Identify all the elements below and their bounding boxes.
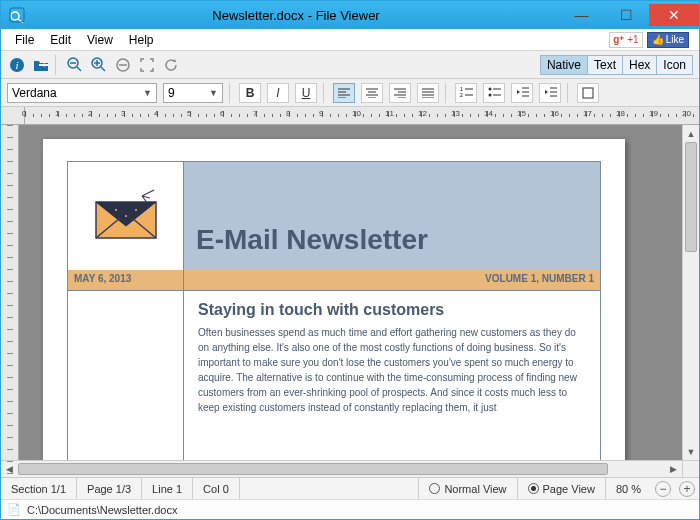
tab-text[interactable]: Text (588, 56, 623, 74)
close-button[interactable]: ✕ (649, 4, 699, 26)
svg-point-35 (488, 94, 491, 97)
vertical-scrollbar[interactable]: ▲ ▼ (682, 125, 699, 460)
zoom-level: 80 % (606, 478, 651, 500)
doc-date: MAY 6, 2013 (68, 270, 184, 290)
menu-edit[interactable]: Edit (42, 31, 79, 49)
font-combo[interactable]: Verdana▼ (7, 83, 157, 103)
align-center-button[interactable] (361, 83, 383, 103)
align-right-button[interactable] (389, 83, 411, 103)
article-heading: Staying in touch with customers (198, 301, 586, 319)
scroll-thumb-h[interactable] (18, 463, 608, 475)
normal-view-radio[interactable]: Normal View (419, 478, 517, 500)
doc-title: E-Mail Newsletter (196, 224, 428, 256)
tab-icon[interactable]: Icon (657, 56, 692, 74)
zoom-out-icon[interactable] (65, 55, 85, 75)
page-view-radio[interactable]: Page View (518, 478, 606, 500)
bold-button[interactable]: B (239, 83, 261, 103)
page: E-Mail Newsletter MAY 6, 2013 VOLUME 1, … (43, 139, 625, 460)
numbered-list-button[interactable]: 12 (455, 83, 477, 103)
scroll-thumb-v[interactable] (685, 142, 697, 252)
tab-native[interactable]: Native (541, 56, 588, 74)
google-plus-button[interactable]: g⁺ +1 (609, 32, 642, 48)
menubar: File Edit View Help g⁺ +1 👍Like (1, 29, 699, 51)
article-body: Often businesses spend as much time and … (198, 325, 586, 415)
svg-rect-44 (583, 88, 593, 98)
window-title: Newsletter.docx - File Viewer (33, 8, 559, 23)
scroll-down-button[interactable]: ▼ (683, 443, 699, 460)
zoom-in-button[interactable]: + (679, 481, 695, 497)
status-line: Line 1 (142, 478, 193, 500)
svg-point-48 (125, 215, 127, 217)
horizontal-scrollbar[interactable]: ◀ ▶ (1, 460, 699, 477)
menu-help[interactable]: Help (121, 31, 162, 49)
main-toolbar: i Native Text Hex Icon (1, 51, 699, 79)
scroll-up-button[interactable]: ▲ (683, 125, 699, 142)
app-icon (5, 3, 29, 27)
doc-issue: VOLUME 1, NUMBER 1 (184, 270, 600, 290)
indent-button[interactable] (539, 83, 561, 103)
status-section: Section 1/1 (1, 478, 77, 500)
info-icon[interactable]: i (7, 55, 27, 75)
menu-file[interactable]: File (7, 31, 42, 49)
zoom-reset-icon[interactable] (113, 55, 133, 75)
underline-button[interactable]: U (295, 83, 317, 103)
facebook-like-button[interactable]: 👍Like (647, 32, 689, 48)
svg-line-9 (101, 67, 105, 71)
italic-button[interactable]: I (267, 83, 289, 103)
outdent-button[interactable] (511, 83, 533, 103)
font-size-combo[interactable]: 9▼ (163, 83, 223, 103)
view-mode-tabs: Native Text Hex Icon (540, 55, 693, 75)
titlebar[interactable]: Newsletter.docx - File Viewer — ☐ ✕ (1, 1, 699, 29)
svg-text:2: 2 (460, 92, 463, 98)
svg-point-34 (488, 88, 491, 91)
file-path: C:\Documents\Newsletter.docx (27, 504, 177, 516)
fullscreen-icon[interactable] (137, 55, 157, 75)
status-page: Page 1/3 (77, 478, 142, 500)
maximize-button[interactable]: ☐ (604, 4, 649, 26)
scroll-right-button[interactable]: ▶ (665, 461, 682, 477)
zoom-in-icon[interactable] (89, 55, 109, 75)
document-viewport[interactable]: E-Mail Newsletter MAY 6, 2013 VOLUME 1, … (19, 125, 682, 460)
scroll-left-button[interactable]: ◀ (1, 461, 18, 477)
refresh-icon[interactable] (161, 55, 181, 75)
svg-point-0 (11, 12, 19, 20)
tab-hex[interactable]: Hex (623, 56, 657, 74)
vertical-ruler[interactable] (1, 125, 19, 460)
open-folder-icon[interactable] (31, 55, 51, 75)
menu-view[interactable]: View (79, 31, 121, 49)
align-left-button[interactable] (333, 83, 355, 103)
statusbar: Section 1/1 Page 1/3 Line 1 Col 0 Normal… (1, 477, 699, 499)
svg-point-47 (135, 209, 137, 211)
svg-line-6 (77, 67, 81, 71)
status-col: Col 0 (193, 478, 240, 500)
minimize-button[interactable]: — (559, 4, 604, 26)
svg-point-46 (115, 209, 117, 211)
svg-text:i: i (15, 59, 18, 71)
pathbar: 📄 C:\Documents\Newsletter.docx (1, 499, 699, 519)
box-button[interactable] (577, 83, 599, 103)
zoom-out-button[interactable]: − (655, 481, 671, 497)
envelope-icon (90, 188, 162, 244)
document-icon: 📄 (7, 503, 21, 516)
align-justify-button[interactable] (417, 83, 439, 103)
format-toolbar: Verdana▼ 9▼ B I U 12 (1, 79, 699, 107)
horizontal-ruler[interactable]: 01234567891011121314151617181920 (1, 107, 699, 125)
bullet-list-button[interactable] (483, 83, 505, 103)
header-image (68, 162, 184, 270)
